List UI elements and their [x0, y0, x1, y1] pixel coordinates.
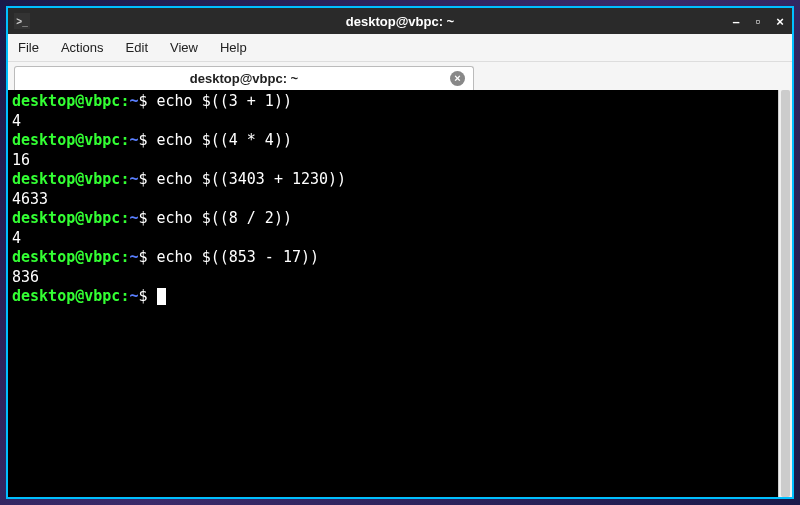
terminal-output: 836 [12, 268, 774, 288]
terminal-line: desktop@vbpc:~$ echo $((8 / 2)) [12, 209, 774, 229]
menu-view[interactable]: View [170, 40, 198, 55]
tab-label: desktop@vbpc: ~ [190, 71, 298, 86]
terminal-output: 16 [12, 151, 774, 171]
maximize-button[interactable]: ▫ [750, 13, 766, 29]
menu-help[interactable]: Help [220, 40, 247, 55]
menu-edit[interactable]: Edit [126, 40, 148, 55]
terminal-window: >_ desktop@vbpc: ~ – ▫ × File Actions Ed… [6, 6, 794, 499]
terminal-output: 4 [12, 229, 774, 249]
titlebar[interactable]: >_ desktop@vbpc: ~ – ▫ × [8, 8, 792, 34]
scrollbar[interactable] [778, 90, 792, 497]
terminal[interactable]: desktop@vbpc:~$ echo $((3 + 1))4desktop@… [8, 90, 778, 497]
terminal-area: desktop@vbpc:~$ echo $((3 + 1))4desktop@… [8, 90, 792, 497]
terminal-output: 4633 [12, 190, 774, 210]
menubar: File Actions Edit View Help [8, 34, 792, 62]
window-controls: – ▫ × [728, 13, 788, 29]
menu-actions[interactable]: Actions [61, 40, 104, 55]
minimize-button[interactable]: – [728, 13, 744, 29]
menu-file[interactable]: File [18, 40, 39, 55]
terminal-line: desktop@vbpc:~$ echo $((3403 + 1230)) [12, 170, 774, 190]
tab-close-icon[interactable]: × [450, 71, 465, 86]
window-title: desktop@vbpc: ~ [346, 14, 454, 29]
terminal-line: desktop@vbpc:~$ echo $((853 - 17)) [12, 248, 774, 268]
cursor-icon [157, 288, 166, 305]
terminal-prompt: desktop@vbpc:~$ [12, 287, 774, 307]
scrollbar-thumb[interactable] [781, 90, 790, 497]
terminal-line: desktop@vbpc:~$ echo $((3 + 1)) [12, 92, 774, 112]
app-icon: >_ [14, 13, 30, 29]
close-button[interactable]: × [772, 13, 788, 29]
tabbar: desktop@vbpc: ~ × [8, 62, 792, 90]
terminal-line: desktop@vbpc:~$ echo $((4 * 4)) [12, 131, 774, 151]
tab-terminal[interactable]: desktop@vbpc: ~ × [14, 66, 474, 90]
terminal-output: 4 [12, 112, 774, 132]
